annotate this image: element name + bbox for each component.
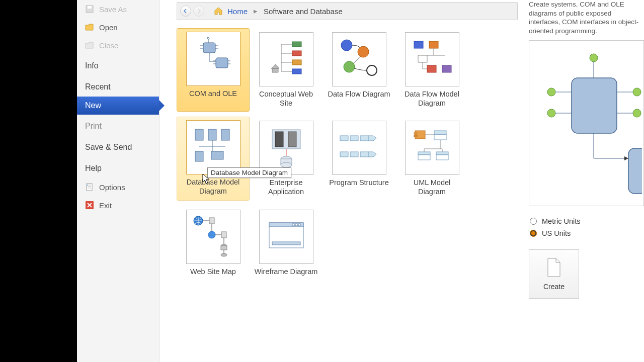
- radio-input[interactable]: [530, 230, 537, 237]
- breadcrumb: Home ▸ Software and Database: [177, 2, 518, 20]
- template-program-structure[interactable]: Program Structure: [323, 117, 395, 200]
- svg-rect-44: [195, 129, 203, 140]
- svg-rect-52: [275, 132, 283, 147]
- sidebar-exit[interactable]: Exit: [77, 196, 159, 214]
- folder-close-icon: [85, 41, 94, 50]
- svg-point-97: [590, 54, 598, 62]
- svg-rect-110: [628, 148, 642, 194]
- sidebar-save-send[interactable]: Save & Send: [77, 136, 159, 157]
- main-content: Home ▸ Software and Database COM and OLE: [159, 0, 526, 362]
- svg-rect-62: [350, 152, 358, 157]
- svg-rect-64: [415, 131, 425, 139]
- svg-rect-25: [292, 51, 301, 56]
- breadcrumb-back[interactable]: [180, 6, 191, 17]
- sidebar-close[interactable]: Close: [77, 36, 159, 54]
- sidebar-label: Save As: [99, 5, 127, 14]
- svg-rect-70: [418, 152, 430, 155]
- svg-rect-96: [572, 78, 617, 133]
- template-data-flow-diagram[interactable]: Data Flow Diagram: [323, 28, 395, 112]
- svg-point-101: [547, 109, 555, 117]
- svg-rect-84: [221, 232, 226, 238]
- svg-rect-80: [209, 218, 214, 224]
- template-uml-model-diagram[interactable]: UML Model Diagram: [395, 117, 468, 200]
- template-label: Data Flow Diagram: [328, 89, 390, 99]
- breadcrumb-category: Software and Database: [264, 7, 343, 16]
- svg-rect-87: [221, 246, 227, 250]
- svg-rect-40: [427, 65, 436, 72]
- svg-rect-65: [414, 133, 417, 134]
- svg-rect-23: [292, 42, 301, 47]
- radio-input[interactable]: [530, 218, 537, 225]
- svg-point-99: [547, 88, 555, 96]
- template-data-flow-model-diagram[interactable]: Data Flow Model Diagram: [395, 28, 468, 112]
- create-label: Create: [543, 283, 565, 291]
- sidebar-label: Exit: [99, 201, 112, 210]
- svg-rect-49: [195, 151, 203, 161]
- svg-point-105: [633, 109, 641, 117]
- template-com-and-ole[interactable]: COM and OLE: [177, 28, 250, 112]
- home-icon[interactable]: [213, 6, 223, 16]
- svg-rect-95: [272, 242, 300, 245]
- radio-label: Metric Units: [542, 217, 581, 225]
- svg-point-34: [367, 65, 377, 75]
- template-label: Program Structure: [329, 178, 388, 187]
- svg-rect-73: [436, 155, 448, 160]
- template-thumb: [332, 121, 386, 175]
- svg-point-57: [281, 162, 292, 167]
- svg-rect-41: [442, 65, 451, 72]
- svg-rect-92: [298, 224, 300, 226]
- template-preview: [529, 40, 644, 206]
- sidebar-recent[interactable]: Recent: [77, 75, 159, 97]
- sidebar-print[interactable]: Print: [77, 115, 159, 136]
- template-label: Data Flow Model Diagram: [399, 89, 464, 108]
- sidebar-info[interactable]: Info: [77, 54, 159, 75]
- svg-point-10: [207, 37, 209, 39]
- svg-rect-39: [418, 55, 427, 62]
- save-icon: [85, 5, 94, 14]
- svg-rect-94: [292, 224, 294, 226]
- template-label: COM and OLE: [189, 89, 237, 98]
- breadcrumb-home[interactable]: Home: [227, 7, 248, 16]
- svg-rect-59: [350, 136, 358, 141]
- create-button[interactable]: Create: [529, 249, 579, 299]
- sidebar-help[interactable]: Help: [77, 157, 159, 178]
- template-grid: COM and OLE Conceptual Web Site: [159, 24, 526, 362]
- svg-rect-93: [295, 224, 297, 226]
- svg-rect-61: [340, 152, 348, 157]
- sidebar-save-as[interactable]: Save As: [77, 0, 159, 18]
- template-thumb: [259, 121, 313, 175]
- template-thumb: [259, 210, 313, 264]
- svg-rect-68: [434, 135, 446, 140]
- svg-rect-8: [203, 43, 215, 53]
- svg-rect-71: [418, 155, 430, 160]
- sidebar-new[interactable]: New: [77, 97, 159, 115]
- radio-us-units[interactable]: US Units: [530, 229, 644, 237]
- template-label: Database Model Diagram: [180, 177, 246, 196]
- template-enterprise-application[interactable]: Enterprise Application: [250, 117, 323, 200]
- svg-rect-58: [340, 136, 348, 141]
- template-conceptual-web-site[interactable]: Conceptual Web Site: [250, 28, 323, 112]
- template-web-site-map[interactable]: Web Site Map: [177, 206, 250, 280]
- breadcrumb-forward[interactable]: [193, 6, 204, 17]
- template-thumb: [332, 32, 386, 86]
- svg-rect-60: [360, 136, 368, 141]
- chevron-right-icon: ▸: [254, 7, 258, 16]
- template-thumb: [186, 32, 240, 86]
- template-description: Create systems, COM and OLE diagrams of …: [529, 0, 644, 35]
- exit-icon: [85, 201, 94, 210]
- template-database-model-diagram[interactable]: Database Model Diagram Database Model Di…: [177, 117, 250, 200]
- svg-point-103: [633, 88, 641, 96]
- svg-rect-17: [216, 58, 228, 68]
- svg-rect-67: [434, 131, 446, 135]
- backstage-sidebar: Save As Open Close Info Recent New Print…: [77, 0, 159, 362]
- radio-metric-units[interactable]: Metric Units: [530, 217, 644, 225]
- right-panel: Create systems, COM and OLE diagrams of …: [526, 0, 644, 362]
- radio-label: US Units: [542, 229, 571, 237]
- svg-rect-46: [221, 129, 229, 140]
- sidebar-label: New: [85, 101, 101, 110]
- sidebar-open[interactable]: Open: [77, 18, 159, 36]
- sidebar-options[interactable]: Options: [77, 178, 159, 196]
- sidebar-label: Open: [99, 23, 118, 32]
- svg-rect-27: [292, 60, 301, 65]
- template-wireframe-diagram[interactable]: Wireframe Diagram: [250, 206, 323, 280]
